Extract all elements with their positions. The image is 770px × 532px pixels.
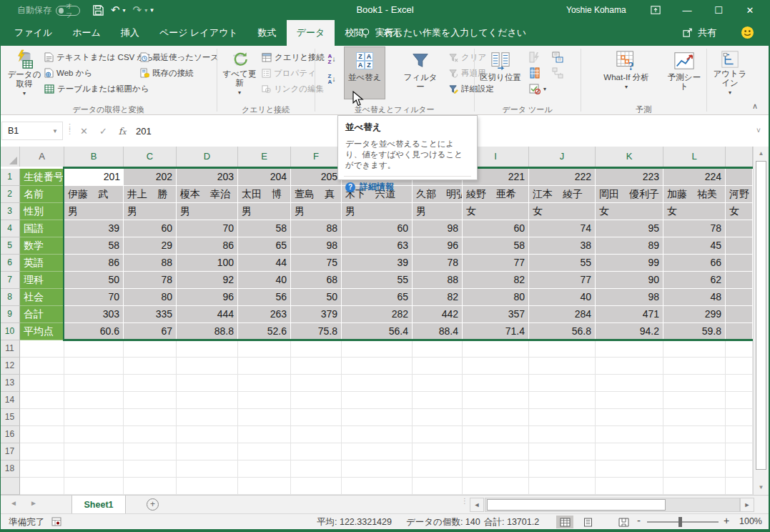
sort-descending-button[interactable]: ZA↓ [322, 72, 341, 87]
cell-A8[interactable]: 社会 [20, 289, 64, 306]
cell-C7[interactable]: 78 [124, 272, 177, 289]
cell-L15[interactable] [663, 409, 726, 426]
cell-F10[interactable]: 75.8 [291, 323, 342, 340]
cell-D13[interactable] [177, 375, 238, 392]
cell-I18[interactable] [463, 460, 529, 478]
cell-G14[interactable] [342, 392, 413, 409]
cell-G[interactable] [342, 478, 413, 495]
zoom-slider[interactable] [647, 521, 719, 523]
cell-A7[interactable]: 理科 [20, 272, 64, 289]
cell-I3[interactable]: 女 [463, 203, 529, 220]
hscroll-left-icon[interactable]: ◄ [470, 498, 484, 512]
cell-M14[interactable] [726, 392, 753, 409]
row-header-10[interactable]: 10 [0, 323, 20, 340]
row-header-2[interactable]: 2 [0, 186, 20, 203]
cell-J3[interactable]: 女 [529, 203, 596, 220]
cell-H16[interactable] [413, 426, 463, 443]
cell-I8[interactable]: 80 [463, 289, 529, 306]
cell-K9[interactable]: 471 [596, 306, 663, 323]
cell-J4[interactable]: 74 [529, 220, 596, 237]
get-data-button[interactable]: データの取得 ▾ [6, 47, 43, 97]
cell-I10[interactable]: 71.4 [463, 323, 529, 340]
cell-G12[interactable] [342, 358, 413, 375]
row-header-16[interactable]: 16 [0, 426, 20, 443]
status-sum[interactable]: 合計: 13701.2 [484, 516, 539, 528]
row-header-17[interactable]: 17 [0, 443, 20, 460]
cell-E3[interactable]: 男 [238, 203, 291, 220]
cell-K4[interactable]: 95 [596, 220, 663, 237]
cell-D10[interactable]: 88.8 [177, 323, 238, 340]
recent-sources-button[interactable]: 最近使ったソース [140, 50, 219, 64]
cell-B2[interactable]: 伊藤 武 [64, 186, 124, 203]
cell-B16[interactable] [64, 426, 124, 443]
row-header-5[interactable]: 5 [0, 237, 20, 255]
cell-F13[interactable] [291, 375, 342, 392]
cell-G6[interactable]: 39 [342, 255, 413, 272]
cell-A3[interactable]: 性別 [20, 203, 64, 220]
row-header-3[interactable]: 3 [0, 203, 20, 220]
hscroll-right-icon[interactable]: ► [740, 498, 754, 512]
cell-K10[interactable]: 94.2 [596, 323, 663, 340]
collapse-ribbon-button[interactable]: ∧ [752, 102, 758, 111]
what-if-analysis-button[interactable]: ? What-If 分析 ▾ [596, 47, 657, 97]
cell-H9[interactable]: 442 [413, 306, 463, 323]
tab-データ[interactable]: データ [287, 20, 335, 46]
status-average[interactable]: 平均: 122.3321429 [317, 516, 392, 528]
page-break-preview-icon[interactable] [615, 516, 632, 528]
cell-L4[interactable]: 78 [663, 220, 726, 237]
tooltip-help-link[interactable]: ? 詳細情報 [345, 181, 470, 193]
cell-A14[interactable] [20, 392, 64, 409]
new-sheet-button[interactable]: + [147, 498, 159, 511]
cell-F15[interactable] [291, 409, 342, 426]
cell-K8[interactable]: 98 [596, 289, 663, 306]
cell-I16[interactable] [463, 426, 529, 443]
cell-B9[interactable]: 303 [64, 306, 124, 323]
tab-挿入[interactable]: 挿入 [111, 20, 149, 46]
cell-K15[interactable] [596, 409, 663, 426]
from-table-range-button[interactable]: テーブルまたは範囲から [44, 82, 149, 96]
row-header-12[interactable]: 12 [0, 358, 20, 375]
cell-A5[interactable]: 数学 [20, 237, 64, 255]
from-web-button[interactable]: Web から [44, 66, 92, 80]
cell-B7[interactable]: 50 [64, 272, 124, 289]
cell-D18[interactable] [177, 460, 238, 478]
cell-E6[interactable]: 44 [238, 255, 291, 272]
cell-C10[interactable]: 67 [124, 323, 177, 340]
cancel-icon[interactable]: ✕ [80, 126, 88, 137]
cell-G7[interactable]: 55 [342, 272, 413, 289]
cell-J1[interactable]: 222 [529, 169, 596, 186]
cell-H7[interactable]: 88 [413, 272, 463, 289]
cell-J9[interactable]: 284 [529, 306, 596, 323]
cell-C16[interactable] [124, 426, 177, 443]
cell-D14[interactable] [177, 392, 238, 409]
cell-H14[interactable] [413, 392, 463, 409]
column-header-C[interactable]: C [124, 147, 177, 167]
tab-数式[interactable]: 数式 [248, 20, 287, 46]
column-header-B[interactable]: B [64, 147, 124, 167]
cell-E13[interactable] [238, 375, 291, 392]
cell-H11[interactable] [413, 340, 463, 358]
cell-B1[interactable]: 201 [64, 169, 124, 186]
cell-B15[interactable] [64, 409, 124, 426]
cell-M15[interactable] [726, 409, 753, 426]
horizontal-scrollbar-thumb[interactable] [487, 499, 666, 511]
cell-G4[interactable]: 60 [342, 220, 413, 237]
cell-H[interactable] [413, 478, 463, 495]
zoom-in-icon[interactable]: + [724, 515, 729, 526]
cell-E[interactable] [238, 478, 291, 495]
cell-J7[interactable]: 77 [529, 272, 596, 289]
cell-F14[interactable] [291, 392, 342, 409]
cell-E18[interactable] [238, 460, 291, 478]
cell-J18[interactable] [529, 460, 596, 478]
cell-J[interactable] [529, 478, 596, 495]
cell-J17[interactable] [529, 443, 596, 460]
consolidate-button[interactable] [552, 50, 563, 64]
cell-J13[interactable] [529, 375, 596, 392]
sheet-tab-sheet1[interactable]: Sheet1 [71, 496, 126, 513]
cell-D4[interactable]: 70 [177, 220, 238, 237]
cell-I7[interactable]: 82 [463, 272, 529, 289]
cell-I11[interactable] [463, 340, 529, 358]
cell-E17[interactable] [238, 443, 291, 460]
cell-G18[interactable] [342, 460, 413, 478]
cell-L7[interactable]: 62 [663, 272, 726, 289]
